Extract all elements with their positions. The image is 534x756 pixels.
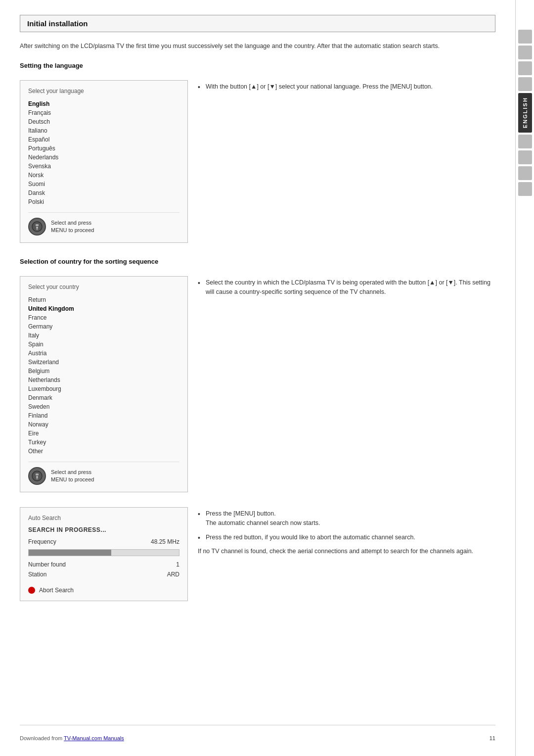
country-item-switzerland[interactable]: Switzerland: [28, 358, 179, 367]
language-menu-list: English Français Deutsch Italiano Españo…: [28, 99, 179, 206]
country-item-turkey[interactable]: Turkey: [28, 438, 179, 447]
lang-item-suomi[interactable]: Suomi: [28, 180, 179, 189]
autosearch-extra-info: If no TV channel is found, check the aer…: [198, 547, 495, 556]
country-bullet-list: Select the country in which the LCD/plas…: [198, 278, 495, 297]
footer: Downloaded from TV-Manual.com Manuals 11: [20, 725, 495, 741]
country-item-uk[interactable]: United Kingdom: [28, 304, 179, 313]
country-screen-box: Select your country Return United Kingdo…: [20, 276, 188, 492]
abort-label[interactable]: Abort Search: [39, 587, 74, 594]
country-item-finland[interactable]: Finland: [28, 411, 179, 420]
station-row: Station ARD: [28, 571, 179, 578]
country-item-france[interactable]: France: [28, 313, 179, 322]
country-screen: Select your country Return United Kingdo…: [20, 276, 188, 492]
country-item-return[interactable]: Return: [28, 295, 179, 304]
country-item-austria[interactable]: Austria: [28, 349, 179, 358]
country-menu-icon-text: Select and pressMENU to proceed: [51, 469, 94, 484]
country-item-italy[interactable]: Italy: [28, 331, 179, 340]
svg-point-7: [37, 476, 38, 478]
lang-item-espanol[interactable]: Español: [28, 135, 179, 144]
tab-block-6: [518, 150, 532, 164]
search-progress-text: SEARCH IN PROGRESS...: [28, 526, 179, 533]
language-bullet-item: With the button [▲] or [▼] select your n…: [198, 82, 495, 92]
abort-row[interactable]: Abort Search: [28, 583, 179, 594]
station-label: Station: [28, 571, 46, 578]
lang-item-portugues[interactable]: Português: [28, 144, 179, 153]
lang-item-polski[interactable]: Polski: [28, 197, 179, 206]
country-item-eire[interactable]: Eire: [28, 429, 179, 438]
tab-block-5: [518, 135, 532, 148]
country-item-norway[interactable]: Norway: [28, 420, 179, 429]
footer-page-number: 11: [490, 735, 495, 741]
footer-link[interactable]: TV-Manual.com Manuals: [64, 735, 124, 741]
lang-item-norsk[interactable]: Norsk: [28, 171, 179, 180]
country-section-row: Select your country Return United Kingdo…: [20, 276, 495, 492]
tab-block-3: [518, 61, 532, 75]
footer-download-text: Downloaded from: [20, 735, 64, 741]
footer-left: Downloaded from TV-Manual.com Manuals: [20, 735, 124, 741]
progress-bar-container: [28, 549, 179, 556]
number-found-value: 1: [176, 561, 179, 568]
tab-block-2: [518, 46, 532, 59]
country-item-germany[interactable]: Germany: [28, 322, 179, 331]
search-frequency-row: Frequency 48.25 MHz: [28, 538, 179, 545]
svg-rect-5: [36, 473, 39, 475]
language-bullet-section: With the button [▲] or [▼] select your n…: [198, 80, 495, 96]
progress-bar-fill: [29, 550, 111, 556]
autosearch-bullet-1: Press the [MENU] button.The automatic ch…: [198, 509, 495, 528]
language-screen-box: Select your language English Français De…: [20, 80, 188, 243]
auto-search-title: Auto Search: [28, 515, 179, 521]
number-found-row: Number found 1: [28, 561, 179, 568]
auto-search-box: Auto Search SEARCH IN PROGRESS... Freque…: [20, 507, 188, 601]
autosearch-bullet-list: Press the [MENU] button.The automatic ch…: [198, 509, 495, 542]
tab-block-7: [518, 166, 532, 180]
language-section-row: Select your language English Français De…: [20, 80, 495, 243]
lang-item-italiano[interactable]: Italiano: [28, 126, 179, 135]
country-menu-list: Return United Kingdom France Germany Ita…: [28, 295, 179, 456]
frequency-label: Frequency: [28, 538, 56, 545]
country-item-denmark[interactable]: Denmark: [28, 393, 179, 402]
country-bullet-item: Select the country in which the LCD/plas…: [198, 278, 495, 297]
red-button-icon: [28, 587, 35, 594]
country-bullet-section: Select the country in which the LCD/plas…: [198, 276, 495, 302]
language-screen: Select your language English Français De…: [20, 80, 188, 243]
country-item-other[interactable]: Other: [28, 447, 179, 456]
lang-item-nederlands[interactable]: Nederlands: [28, 153, 179, 162]
svg-rect-1: [36, 224, 39, 226]
station-value: ARD: [167, 571, 179, 578]
country-item-luxembourg[interactable]: Luxembourg: [28, 384, 179, 393]
english-tab-label: ENGLISH: [518, 93, 532, 133]
lang-item-deutsch[interactable]: Deutsch: [28, 117, 179, 126]
autosearch-section-row: Auto Search SEARCH IN PROGRESS... Freque…: [20, 507, 495, 601]
lang-item-svenska[interactable]: Svenska: [28, 162, 179, 171]
tab-block-4: [518, 77, 532, 91]
intro-text: After switching on the LCD/plasma TV the…: [20, 41, 495, 51]
svg-point-3: [37, 227, 38, 229]
menu-remote-icon: [28, 218, 46, 236]
number-found-label: Number found: [28, 561, 66, 568]
autosearch-screen: Auto Search SEARCH IN PROGRESS... Freque…: [20, 507, 188, 601]
title-bar: Initial installation: [20, 15, 495, 32]
autosearch-bullet-2: Press the red button, if you would like …: [198, 533, 495, 542]
language-section-title: Setting the language: [20, 62, 495, 69]
language-screen-title: Select your language: [28, 88, 179, 94]
country-section-title: Selection of country for the sorting seq…: [20, 258, 495, 265]
language-menu-icon-text: Select and pressMENU to proceed: [51, 219, 94, 235]
tab-block-8: [518, 182, 532, 196]
country-item-belgium[interactable]: Belgium: [28, 367, 179, 376]
country-screen-title: Select your country: [28, 284, 179, 290]
language-bullet-list: With the button [▲] or [▼] select your n…: [198, 82, 495, 92]
right-tab: ENGLISH: [515, 0, 534, 756]
language-menu-icon-row: Select and pressMENU to proceed: [28, 212, 179, 236]
country-remote-icon: [28, 467, 46, 485]
lang-item-francais[interactable]: Français: [28, 108, 179, 117]
country-item-sweden[interactable]: Sweden: [28, 402, 179, 411]
country-item-spain[interactable]: Spain: [28, 340, 179, 349]
country-item-netherlands[interactable]: Netherlands: [28, 376, 179, 384]
autosearch-info-section: Press the [MENU] button.The automatic ch…: [198, 507, 495, 556]
lang-item-dansk[interactable]: Dansk: [28, 189, 179, 197]
tab-block-1: [518, 30, 532, 44]
frequency-value: 48.25 MHz: [151, 538, 179, 545]
page-title: Initial installation: [27, 19, 488, 28]
country-menu-icon-row: Select and pressMENU to proceed: [28, 462, 179, 485]
lang-item-english[interactable]: English: [28, 99, 179, 108]
